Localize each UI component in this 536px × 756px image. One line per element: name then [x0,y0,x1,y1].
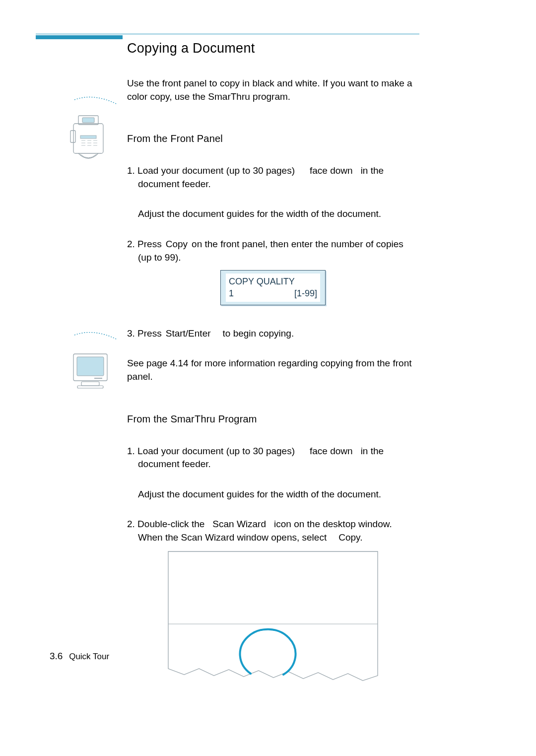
s2s1-a: 1. Load your document (up to 30 pages) [127,446,295,456]
header-accent-bar [36,35,123,39]
section1-step2: 2. PressCopyon the front panel, then ent… [127,238,419,264]
section1-step3: 3. PressStart/Enterto begin copying. [127,327,419,341]
section1-note: See page 4.14 for more information regar… [127,357,419,383]
section2-step1-sub: Adjust the document guides for the width… [127,488,419,501]
svg-rect-15 [77,357,104,376]
fax-machine-icon [64,96,118,170]
page-number: 3.6 [50,651,63,661]
computer-monitor-icon [64,332,118,397]
section2-title: From the SmarThru Program [127,413,419,425]
step1-text-a: 1. Load your document (up to 30 pages) [127,165,295,176]
s2s2-d: Copy [338,532,360,543]
section1-step1: 1. Load your document (up to 30 pages)fa… [127,164,419,191]
svg-rect-18 [77,386,103,388]
scan-wizard-figure [166,550,380,688]
s1s3-b: Start/Enter [166,328,211,339]
lcd-line2-left: 1 [229,287,234,299]
section2-step2: 2. Double-click theScan Wizardicon on th… [127,518,419,544]
section2-step1: 1. Load your document (up to 30 pages)fa… [127,445,419,471]
section1-step1-sub: Adjust the document guides for the width… [127,207,419,221]
s2s2-b: Scan Wizard [212,519,266,529]
s1s2-b: Copy [166,239,188,249]
svg-rect-17 [81,382,99,386]
lcd-display: COPY QUALITY 1 [1-99] [127,270,419,305]
page-footer: 3.6 Quick Tour [50,651,109,662]
svg-rect-3 [70,131,75,142]
intro-paragraph: Use the front panel to copy in black and… [127,77,419,103]
section1-title: From the Front Panel [127,133,419,144]
s1s3-a: 3. Press [127,328,162,339]
lcd-line1: COPY QUALITY [229,275,317,287]
page-title: Copying a Document [127,41,419,56]
lcd-line2-right: [1-99] [294,287,317,299]
s2s2-e: . [360,532,362,543]
svg-rect-4 [80,136,96,138]
s2s1-b: face down [310,446,353,456]
s2s2-a: 2. Double-click the [127,519,204,529]
main-content: Copying a Document Use the front panel t… [127,41,419,688]
page-top-rule [36,34,419,34]
footer-section: Quick Tour [69,652,109,661]
svg-rect-2 [82,118,94,123]
step1-emph: face down [310,165,353,176]
s1s3-c: to begin copying. [223,328,294,339]
s1s2-a: 2. Press [127,239,162,249]
